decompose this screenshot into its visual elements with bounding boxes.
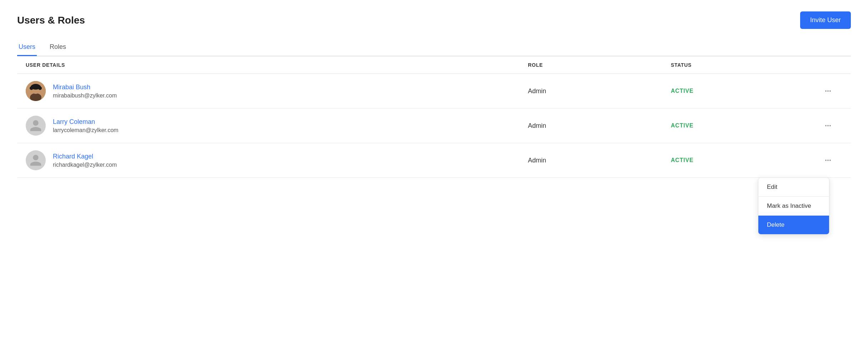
user-info: Mirabai Bush mirabaibush@zylker.com	[53, 84, 117, 99]
context-menu: Edit Mark as Inactive Delete	[758, 177, 829, 235]
role-cell: Admin	[528, 157, 671, 164]
svg-point-7	[38, 85, 41, 88]
table-row: Mirabai Bush mirabaibush@zylker.com Admi…	[17, 74, 851, 109]
user-info: Richard Kagel richardkagel@zylker.com	[53, 153, 117, 168]
context-menu-edit[interactable]: Edit	[758, 178, 829, 196]
role-cell: Admin	[528, 122, 671, 130]
tab-roles[interactable]: Roles	[48, 39, 68, 56]
user-email: larrycoleman@zylker.com	[53, 127, 118, 134]
user-name[interactable]: Mirabai Bush	[53, 84, 117, 91]
tab-bar: Users Roles	[17, 39, 851, 56]
svg-point-6	[31, 85, 34, 88]
user-name[interactable]: Larry Coleman	[53, 118, 118, 126]
row-actions	[814, 85, 842, 97]
status-badge: ACTIVE	[671, 122, 814, 129]
more-options-button[interactable]	[822, 154, 834, 167]
svg-point-11	[829, 90, 831, 92]
role-cell: Admin	[528, 87, 671, 95]
more-options-button[interactable]	[822, 85, 834, 97]
row-actions	[814, 119, 842, 132]
svg-point-9	[825, 90, 827, 92]
page-header: Users & Roles Invite User	[17, 11, 851, 29]
user-details-cell: Mirabai Bush mirabaibush@zylker.com	[26, 81, 528, 101]
col-header-role: ROLE	[528, 62, 671, 68]
table-header: USER DETAILS ROLE STATUS	[17, 56, 851, 74]
avatar	[26, 150, 46, 170]
status-badge: ACTIVE	[671, 157, 814, 164]
svg-point-14	[829, 125, 831, 126]
col-header-user-details: USER DETAILS	[26, 62, 528, 68]
context-menu-delete[interactable]: Delete	[758, 216, 829, 234]
svg-point-17	[829, 160, 831, 161]
svg-point-13	[827, 125, 829, 126]
avatar	[26, 81, 46, 101]
col-header-actions	[814, 62, 842, 68]
svg-point-8	[34, 84, 38, 87]
more-icon	[824, 122, 832, 129]
svg-point-16	[827, 160, 829, 161]
user-details-cell: Larry Coleman larrycoleman@zylker.com	[26, 116, 528, 136]
invite-user-button[interactable]: Invite User	[800, 11, 851, 29]
status-badge: ACTIVE	[671, 88, 814, 94]
avatar	[26, 116, 46, 136]
svg-point-12	[825, 125, 827, 126]
table-row: Larry Coleman larrycoleman@zylker.com Ad…	[17, 109, 851, 143]
tab-users[interactable]: Users	[17, 39, 37, 56]
page-title: Users & Roles	[17, 15, 85, 26]
svg-point-15	[825, 160, 827, 161]
table-row: Richard Kagel richardkagel@zylker.com Ad…	[17, 143, 851, 178]
more-icon	[824, 87, 832, 95]
users-table: USER DETAILS ROLE STATUS	[17, 56, 851, 178]
user-info: Larry Coleman larrycoleman@zylker.com	[53, 118, 118, 134]
more-icon	[824, 157, 832, 164]
row-actions: Edit Mark as Inactive Delete	[814, 154, 842, 167]
user-email: mirabaibush@zylker.com	[53, 92, 117, 99]
col-header-status: STATUS	[671, 62, 814, 68]
context-menu-mark-inactive[interactable]: Mark as Inactive	[758, 197, 829, 215]
person-icon	[29, 119, 43, 132]
svg-point-10	[827, 90, 829, 92]
more-options-button[interactable]	[822, 119, 834, 132]
user-details-cell: Richard Kagel richardkagel@zylker.com	[26, 150, 528, 170]
user-email: richardkagel@zylker.com	[53, 162, 117, 168]
person-icon	[29, 154, 43, 167]
user-name[interactable]: Richard Kagel	[53, 153, 117, 160]
